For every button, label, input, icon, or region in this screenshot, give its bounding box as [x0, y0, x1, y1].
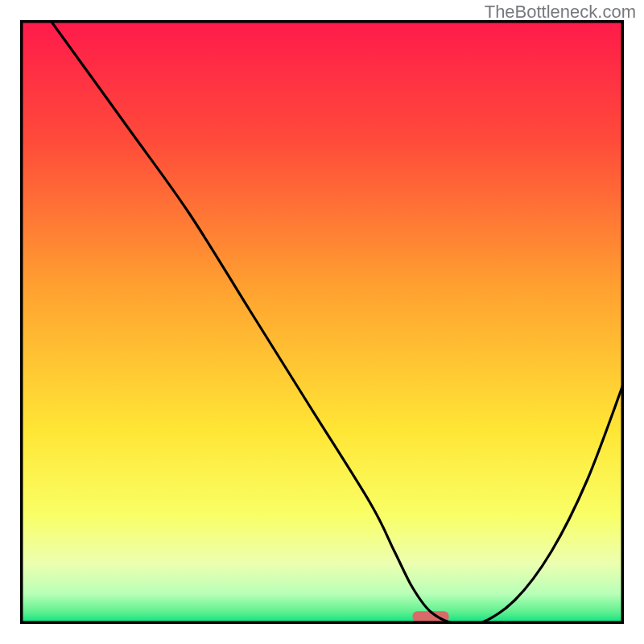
- plot-area: [20, 20, 624, 624]
- gradient-background: [20, 20, 624, 624]
- chart-frame: TheBottleneck.com: [0, 0, 644, 644]
- chart-svg: [20, 20, 624, 624]
